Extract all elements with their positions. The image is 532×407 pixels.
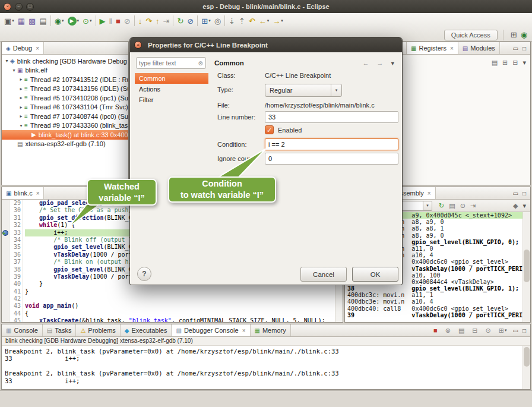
next-annotation-button[interactable]: ⇣	[227, 15, 237, 27]
suspend-button[interactable]: ‖	[107, 15, 114, 27]
terminate-console-button[interactable]: ■	[432, 324, 439, 336]
search-button[interactable]: ◎	[213, 15, 223, 27]
debug-tree-item[interactable]: ▾≡Thread #9 1073433360 (blink_task	[2, 121, 128, 131]
refresh-button[interactable]: ↻	[437, 200, 446, 212]
type-select[interactable]: Regular ▾	[265, 84, 342, 97]
view-menu-button[interactable]: ▾	[389, 57, 396, 69]
debug-tree-item[interactable]: ▸≡Thread #7 1073408744 (ipc0) (Susp	[2, 112, 128, 121]
tab-close-icon[interactable]: ×	[36, 45, 39, 52]
maximize-view-icon[interactable]: □	[522, 190, 526, 197]
save-all-button[interactable]: ▩	[27, 15, 37, 27]
sync-active-context-button[interactable]: ⊙	[458, 200, 467, 212]
skip-all-breakpoints-button[interactable]: ⊘	[185, 15, 195, 27]
help-button[interactable]: ?	[137, 267, 151, 281]
disassembly-source-line[interactable]: 38 gpio_set_level(BLINK_GPIO, 1);	[347, 285, 522, 292]
lock-view-button[interactable]: ◆	[511, 200, 520, 212]
tab-debugger-console[interactable]: ▥Debugger Console×	[172, 324, 250, 336]
condition-input[interactable]	[265, 138, 398, 150]
cancel-button[interactable]: Cancel	[300, 267, 347, 282]
tab-blink-c[interactable]: ▣blink.c×	[2, 187, 44, 199]
new-wizard-button[interactable]: ▣▾	[2, 15, 16, 27]
debug-tree-item[interactable]: ▸≡Thread #6 1073431104 (Tmr Svc) (S	[2, 103, 128, 112]
dialog-close-button[interactable]: ×	[134, 41, 142, 49]
code-line[interactable]: {	[25, 310, 335, 317]
scroll-lock-button[interactable]: ⊟	[470, 324, 479, 336]
print-button[interactable]: ▤	[37, 15, 48, 27]
new-c-cpp-button[interactable]: ⊞▾	[200, 15, 212, 27]
terminate-button[interactable]: ■	[114, 15, 122, 27]
dialog-section-actions[interactable]: Actions	[135, 84, 208, 94]
minimize-view-icon[interactable]: ▭	[513, 45, 518, 52]
disassembly-line[interactable]: 400dbc3c: movi.n a11, 1	[347, 292, 522, 298]
dialog-section-filter[interactable]: Filter	[135, 94, 208, 105]
minimize-view-icon[interactable]: ▭	[513, 190, 518, 197]
view-layout-button[interactable]: ▤	[490, 56, 499, 68]
filter-field[interactable]: ⊗	[136, 57, 206, 69]
pin-console-button[interactable]: ⊙	[484, 324, 493, 336]
open-perspective-button[interactable]: ⊞	[509, 29, 519, 41]
tab-close-icon[interactable]: ×	[242, 327, 246, 334]
maximize-view-icon[interactable]: □	[522, 327, 526, 334]
scrollbar-thumb[interactable]	[524, 347, 530, 367]
minimize-view-icon[interactable]: ▭	[513, 327, 518, 334]
last-edit-location-button[interactable]: ↶	[247, 15, 257, 27]
dialog-section-common[interactable]: Common	[135, 73, 208, 84]
code-line[interactable]: void app_main()	[25, 302, 335, 310]
tree-expander-icon[interactable]: ▸	[18, 105, 24, 110]
clear-console-button[interactable]: ▤	[457, 324, 466, 336]
disassembly-line[interactable]: 400dbc3e: movi.n a10, 4	[347, 298, 522, 305]
tab-executables[interactable]: ◆Executables	[121, 324, 172, 336]
remove-launch-button[interactable]: ⊗	[444, 324, 452, 336]
code-line[interactable]	[25, 295, 335, 302]
location-dropdown-icon[interactable]: ▾	[423, 201, 432, 211]
external-tools-button[interactable]: ⊙▾	[81, 15, 93, 27]
tab-close-icon[interactable]: ×	[36, 190, 40, 197]
show-source-button[interactable]: ▤	[447, 200, 457, 212]
scrollbar-thumb[interactable]	[524, 250, 530, 283]
debug-perspective-button[interactable]: ◉	[519, 29, 529, 41]
debug-tree-item[interactable]: ▸≡Thread #3 1073413156 (IDLE) (Susp	[2, 84, 128, 94]
debug-tree-item[interactable]: ▸≡Thread #2 1073413512 (IDLE : Runn	[2, 75, 128, 84]
clear-filter-icon[interactable]: ⊗	[198, 60, 203, 67]
tab-registers[interactable]: ▦Registers×	[406, 42, 458, 54]
tab-console[interactable]: ▥Console	[2, 324, 43, 336]
ok-button[interactable]: OK	[352, 267, 398, 282]
tab-memory[interactable]: ▦Memory	[251, 324, 291, 336]
remove-register-group-button[interactable]: ⊟	[511, 56, 520, 68]
tree-expander-icon[interactable]: ▸	[18, 95, 24, 100]
track-pc-button[interactable]: ⇥	[468, 200, 477, 212]
ignore-count-input[interactable]	[265, 153, 398, 165]
back-button[interactable]: ←	[360, 57, 370, 69]
tree-expander-icon[interactable]: ▾	[11, 68, 17, 73]
line-number-input[interactable]	[265, 111, 398, 123]
view-menu-button[interactable]: ▾	[521, 200, 528, 212]
tree-expander-icon[interactable]: ▾	[4, 58, 10, 64]
code-line[interactable]: }	[25, 288, 335, 295]
run-button[interactable]: ▶▾	[66, 15, 81, 27]
debug-tree-item[interactable]: ▤xtensa-esp32-elf-gdb (7.10)	[2, 140, 128, 149]
tab-close-icon[interactable]: ×	[428, 190, 431, 197]
back-button[interactable]: ←▾	[257, 15, 271, 27]
disassembly-source-line[interactable]: 39 vTaskDelay(1000 / portTICK_PERI	[347, 312, 522, 318]
forward-button[interactable]: →▾	[271, 15, 285, 27]
save-button[interactable]: ▦	[16, 15, 27, 27]
restart-button[interactable]: ↻	[175, 15, 185, 27]
code-line[interactable]: xTaskCreate(&blink_task, "blink_task", c…	[25, 317, 335, 322]
debug-tree-item[interactable]: ▸≡Thread #5 1073410208 (ipc1) (Susp	[2, 93, 128, 103]
forward-button[interactable]: →	[375, 57, 385, 69]
disconnect-button[interactable]: ⊘	[122, 15, 132, 27]
tree-expander-icon[interactable]: ▸	[18, 86, 24, 92]
resume-button[interactable]: ▶	[98, 15, 107, 27]
add-register-group-button[interactable]: ⊞	[501, 56, 509, 68]
disassembly-line[interactable]: 400dbc40: call8 0x400dc6c0 <gpio_set_lev…	[347, 305, 522, 312]
step-into-button[interactable]: ↓	[137, 15, 144, 27]
debug-tree-item[interactable]: ▾▣blink.elf	[2, 66, 128, 75]
disassembly-scrollbar[interactable]	[522, 212, 530, 322]
view-menu-button[interactable]: ▾	[521, 56, 528, 68]
step-return-button[interactable]: ↑	[154, 15, 162, 27]
tree-expander-icon[interactable]: ▸	[18, 113, 24, 119]
breakpoint-margin[interactable]: ▶	[2, 200, 10, 322]
debug-tree-item[interactable]: ▾◈blink checking [GDB Hardware Debug	[2, 56, 128, 66]
maximize-view-icon[interactable]: □	[522, 45, 526, 52]
enabled-checkbox[interactable]: ✓	[265, 125, 274, 134]
